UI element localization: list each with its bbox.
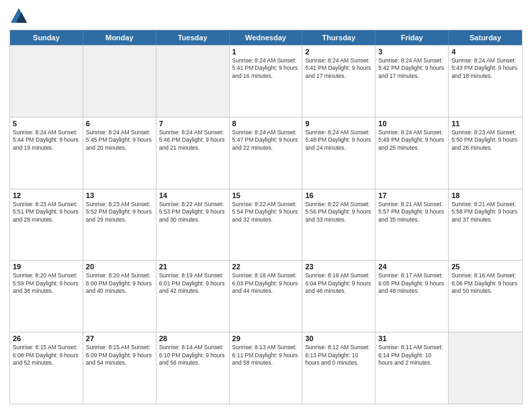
day-number: 22 xyxy=(232,263,300,271)
header-day-saturday: Saturday xyxy=(449,30,522,45)
day-number: 1 xyxy=(232,48,300,56)
calendar-cell-15: 15Sunrise: 8:22 AM Sunset: 5:54 PM Dayli… xyxy=(230,189,303,261)
cell-info: Sunrise: 8:24 AM Sunset: 5:41 PM Dayligh… xyxy=(232,57,300,80)
header-day-sunday: Sunday xyxy=(10,30,83,45)
calendar-body: 1Sunrise: 8:24 AM Sunset: 5:41 PM Daylig… xyxy=(10,45,522,404)
cell-info: Sunrise: 8:23 AM Sunset: 5:50 PM Dayligh… xyxy=(451,129,519,152)
day-number: 5 xyxy=(13,120,80,128)
header-day-friday: Friday xyxy=(375,30,449,45)
calendar-cell-30: 30Sunrise: 8:12 AM Sunset: 6:13 PM Dayli… xyxy=(302,332,375,404)
calendar-cell-empty-0-0 xyxy=(10,46,83,117)
day-number: 8 xyxy=(232,120,300,128)
calendar-cell-14: 14Sunrise: 8:22 AM Sunset: 5:53 PM Dayli… xyxy=(157,189,230,261)
calendar-row-0: 1Sunrise: 8:24 AM Sunset: 5:41 PM Daylig… xyxy=(10,45,522,117)
calendar-cell-6: 6Sunrise: 8:24 AM Sunset: 5:45 PM Daylig… xyxy=(83,118,157,189)
day-number: 2 xyxy=(305,48,372,56)
calendar-cell-empty-0-1 xyxy=(83,46,157,117)
calendar-cell-18: 18Sunrise: 8:21 AM Sunset: 5:58 PM Dayli… xyxy=(449,189,522,261)
calendar-row-1: 5Sunrise: 8:24 AM Sunset: 5:44 PM Daylig… xyxy=(10,117,522,189)
day-number: 29 xyxy=(232,334,300,342)
calendar-cell-26: 26Sunrise: 8:15 AM Sunset: 6:08 PM Dayli… xyxy=(10,332,83,404)
calendar-cell-25: 25Sunrise: 8:16 AM Sunset: 6:06 PM Dayli… xyxy=(449,261,522,332)
cell-info: Sunrise: 8:18 AM Sunset: 6:04 PM Dayligh… xyxy=(305,272,372,295)
cell-info: Sunrise: 8:24 AM Sunset: 5:47 PM Dayligh… xyxy=(232,129,300,152)
cell-info: Sunrise: 8:20 AM Sunset: 5:59 PM Dayligh… xyxy=(13,272,80,295)
day-number: 28 xyxy=(159,334,226,342)
calendar-cell-13: 13Sunrise: 8:23 AM Sunset: 5:52 PM Dayli… xyxy=(83,189,157,261)
day-number: 10 xyxy=(378,120,445,128)
day-number: 9 xyxy=(305,120,372,128)
cell-info: Sunrise: 8:12 AM Sunset: 6:13 PM Dayligh… xyxy=(305,344,372,367)
calendar-cell-9: 9Sunrise: 8:24 AM Sunset: 5:48 PM Daylig… xyxy=(302,118,375,189)
calendar: SundayMondayTuesdayWednesdayThursdayFrid… xyxy=(9,30,523,404)
day-number: 3 xyxy=(378,48,445,56)
calendar-cell-empty-4-6 xyxy=(449,332,522,404)
day-number: 6 xyxy=(86,120,153,128)
cell-info: Sunrise: 8:21 AM Sunset: 5:57 PM Dayligh… xyxy=(378,201,445,224)
header-day-wednesday: Wednesday xyxy=(230,30,303,45)
cell-info: Sunrise: 8:18 AM Sunset: 6:03 PM Dayligh… xyxy=(232,272,300,295)
calendar-cell-7: 7Sunrise: 8:24 AM Sunset: 5:46 PM Daylig… xyxy=(157,118,230,189)
calendar-cell-21: 21Sunrise: 8:19 AM Sunset: 6:01 PM Dayli… xyxy=(157,261,230,332)
cell-info: Sunrise: 8:11 AM Sunset: 6:14 PM Dayligh… xyxy=(378,344,445,367)
calendar-cell-5: 5Sunrise: 8:24 AM Sunset: 5:44 PM Daylig… xyxy=(10,118,83,189)
day-number: 24 xyxy=(378,263,445,271)
cell-info: Sunrise: 8:17 AM Sunset: 6:05 PM Dayligh… xyxy=(378,272,445,295)
day-number: 17 xyxy=(378,191,445,199)
calendar-cell-3: 3Sunrise: 8:24 AM Sunset: 5:42 PM Daylig… xyxy=(375,46,449,117)
calendar-row-4: 26Sunrise: 8:15 AM Sunset: 6:08 PM Dayli… xyxy=(10,332,522,404)
day-number: 18 xyxy=(451,191,519,199)
header-day-thursday: Thursday xyxy=(302,30,375,45)
calendar-cell-12: 12Sunrise: 8:23 AM Sunset: 5:51 PM Dayli… xyxy=(10,189,83,261)
day-number: 14 xyxy=(159,191,226,199)
cell-info: Sunrise: 8:23 AM Sunset: 5:51 PM Dayligh… xyxy=(13,201,80,224)
cell-info: Sunrise: 8:22 AM Sunset: 5:54 PM Dayligh… xyxy=(232,201,300,224)
calendar-cell-10: 10Sunrise: 8:24 AM Sunset: 5:49 PM Dayli… xyxy=(375,118,449,189)
cell-info: Sunrise: 8:22 AM Sunset: 5:56 PM Dayligh… xyxy=(305,201,372,224)
day-number: 11 xyxy=(451,120,519,128)
calendar-cell-23: 23Sunrise: 8:18 AM Sunset: 6:04 PM Dayli… xyxy=(302,261,375,332)
cell-info: Sunrise: 8:24 AM Sunset: 5:43 PM Dayligh… xyxy=(451,57,519,80)
calendar-row-2: 12Sunrise: 8:23 AM Sunset: 5:51 PM Dayli… xyxy=(10,189,522,261)
header xyxy=(9,7,523,26)
day-number: 4 xyxy=(451,48,519,56)
calendar-cell-8: 8Sunrise: 8:24 AM Sunset: 5:47 PM Daylig… xyxy=(230,118,303,189)
calendar-cell-28: 28Sunrise: 8:14 AM Sunset: 6:10 PM Dayli… xyxy=(157,332,230,404)
day-number: 12 xyxy=(13,191,80,199)
cell-info: Sunrise: 8:24 AM Sunset: 5:49 PM Dayligh… xyxy=(378,129,445,152)
cell-info: Sunrise: 8:16 AM Sunset: 6:06 PM Dayligh… xyxy=(451,272,519,295)
day-number: 16 xyxy=(305,191,372,199)
calendar-cell-24: 24Sunrise: 8:17 AM Sunset: 6:05 PM Dayli… xyxy=(375,261,449,332)
calendar-cell-31: 31Sunrise: 8:11 AM Sunset: 6:14 PM Dayli… xyxy=(375,332,449,404)
day-number: 31 xyxy=(378,334,445,342)
cell-info: Sunrise: 8:21 AM Sunset: 5:58 PM Dayligh… xyxy=(451,201,519,224)
cell-info: Sunrise: 8:22 AM Sunset: 5:53 PM Dayligh… xyxy=(159,201,226,224)
calendar-cell-19: 19Sunrise: 8:20 AM Sunset: 5:59 PM Dayli… xyxy=(10,261,83,332)
calendar-cell-4: 4Sunrise: 8:24 AM Sunset: 5:43 PM Daylig… xyxy=(449,46,522,117)
cell-info: Sunrise: 8:24 AM Sunset: 5:44 PM Dayligh… xyxy=(13,129,80,152)
cell-info: Sunrise: 8:20 AM Sunset: 6:00 PM Dayligh… xyxy=(86,272,153,295)
day-number: 27 xyxy=(86,334,153,342)
calendar-cell-17: 17Sunrise: 8:21 AM Sunset: 5:57 PM Dayli… xyxy=(375,189,449,261)
cell-info: Sunrise: 8:24 AM Sunset: 5:41 PM Dayligh… xyxy=(305,57,372,80)
cell-info: Sunrise: 8:23 AM Sunset: 5:52 PM Dayligh… xyxy=(86,201,153,224)
cell-info: Sunrise: 8:15 AM Sunset: 6:08 PM Dayligh… xyxy=(13,344,80,367)
day-number: 7 xyxy=(159,120,226,128)
calendar-cell-20: 20Sunrise: 8:20 AM Sunset: 6:00 PM Dayli… xyxy=(83,261,157,332)
page: SundayMondayTuesdayWednesdayThursdayFrid… xyxy=(0,0,532,411)
day-number: 30 xyxy=(305,334,372,342)
calendar-row-3: 19Sunrise: 8:20 AM Sunset: 5:59 PM Dayli… xyxy=(10,260,522,332)
calendar-cell-2: 2Sunrise: 8:24 AM Sunset: 5:41 PM Daylig… xyxy=(302,46,375,117)
day-number: 15 xyxy=(232,191,300,199)
cell-info: Sunrise: 8:24 AM Sunset: 5:46 PM Dayligh… xyxy=(159,129,226,152)
day-number: 25 xyxy=(451,263,519,271)
day-number: 13 xyxy=(86,191,153,199)
calendar-cell-22: 22Sunrise: 8:18 AM Sunset: 6:03 PM Dayli… xyxy=(230,261,303,332)
calendar-header: SundayMondayTuesdayWednesdayThursdayFrid… xyxy=(10,30,522,45)
cell-info: Sunrise: 8:24 AM Sunset: 5:45 PM Dayligh… xyxy=(86,129,153,152)
calendar-cell-empty-0-2 xyxy=(157,46,230,117)
day-number: 20 xyxy=(86,263,153,271)
day-number: 19 xyxy=(13,263,80,271)
cell-info: Sunrise: 8:15 AM Sunset: 6:09 PM Dayligh… xyxy=(86,344,153,367)
day-number: 23 xyxy=(305,263,372,271)
